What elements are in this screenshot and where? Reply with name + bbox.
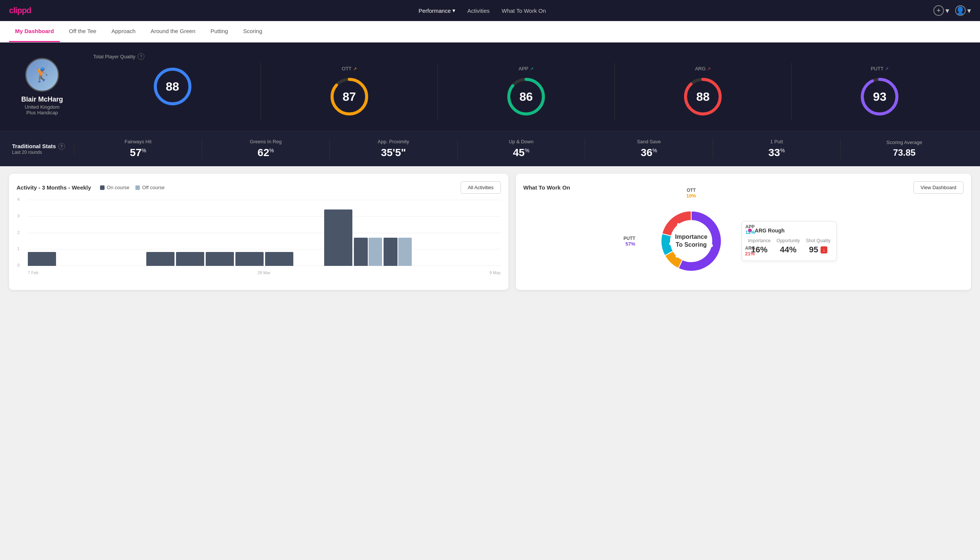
overall-score-section: 88 [84, 63, 261, 120]
scoring-value: 73.85 [893, 147, 916, 158]
tab-bar: My Dashboard Off the Tee Approach Around… [0, 21, 980, 42]
oneputt-label: 1 Putt [770, 139, 783, 144]
bar-on-course [146, 252, 175, 266]
bar-on-course [265, 252, 293, 266]
bar-on-course [176, 252, 204, 266]
player-handicap: Plus Handicap [26, 110, 58, 115]
tab-off-the-tee[interactable]: Off the Tee [63, 21, 102, 42]
player-name: Blair McHarg [21, 95, 63, 103]
bar-group-4 [146, 252, 175, 266]
bar-empty [87, 265, 115, 266]
ott-score-section: OTT ↗ 87 [261, 63, 438, 120]
help-icon[interactable]: ? [138, 53, 145, 60]
app-score-section: APP ↗ 86 [438, 63, 614, 120]
top-navigation: clippd Performance ▾ Activities What To … [0, 0, 980, 21]
trend-icon: ↗ [530, 66, 534, 72]
bottom-panels: Activity - 3 Months - Weekly On course O… [0, 166, 980, 297]
shot-quality-metric: Shot Quality 95 ↓ [806, 238, 830, 255]
proximity-value: 35'5" [381, 147, 406, 159]
traditional-stats-label: Traditional Stats ? [12, 143, 65, 150]
overall-ring: 88 [152, 66, 193, 107]
greens-label: Greens In Reg [250, 139, 282, 144]
bar-empty [443, 265, 471, 266]
scoring-label: Scoring Average [886, 140, 922, 145]
overall-score: 88 [166, 80, 180, 93]
scores-area: 88 OTT ↗ 87 APP [84, 63, 968, 120]
donut-chart: Importance To Scoring [650, 200, 732, 282]
player-country: United Kingdom [25, 104, 60, 110]
shot-quality-label: Shot Quality [806, 238, 830, 243]
x-label-may: 9 May [490, 270, 501, 275]
bar-group-10 [324, 210, 353, 266]
segment-marker [677, 223, 680, 227]
stat-greens: Greens In Reg 62% [202, 139, 330, 159]
stat-fairways: Fairways Hit 57% [75, 139, 202, 159]
bar-on-course [206, 252, 234, 266]
activity-panel-header: Activity - 3 Months - Weekly On course O… [17, 181, 501, 194]
tab-putting[interactable]: Putting [205, 21, 234, 42]
x-label-feb: 7 Feb [28, 270, 38, 275]
on-course-label: On course [107, 185, 129, 190]
proximity-label: App. Proximity [378, 139, 409, 144]
bar-group-12 [384, 238, 412, 266]
arg-donut-label: ARG [745, 246, 755, 251]
bar-on-course [324, 210, 353, 266]
x-label-mar: 28 Mar [258, 270, 270, 275]
all-activities-button[interactable]: All Activities [461, 181, 501, 194]
chevron-down-icon: ▾ [453, 7, 456, 14]
greens-value: 62% [258, 147, 274, 159]
putt-label: PUTT ↗ [870, 66, 888, 72]
view-dashboard-button[interactable]: View Dashboard [913, 181, 963, 194]
segment-marker [710, 244, 713, 247]
app-score: 86 [519, 90, 533, 104]
user-menu-button[interactable]: 👤 ▾ [955, 5, 971, 16]
segment-marker [669, 242, 672, 245]
nav-what-to-work-on[interactable]: What To Work On [502, 8, 546, 14]
bar-group-2 [87, 265, 115, 266]
what-to-work-on-panel: What To Work On View Dashboard PUTT 57% … [516, 174, 971, 290]
putt-ring: 93 [859, 76, 900, 117]
activity-chart-panel: Activity - 3 Months - Weekly On course O… [9, 174, 508, 290]
bar-group-7 [235, 252, 264, 266]
nav-activities[interactable]: Activities [468, 8, 490, 14]
activity-chart-title: Activity - 3 Months - Weekly [17, 184, 91, 191]
putt-donut-label: PUTT [624, 236, 635, 241]
updown-label: Up & Down [509, 139, 534, 144]
wtwon-title: What To Work On [524, 184, 570, 191]
ott-ring: 87 [329, 76, 370, 117]
bar-group-15 [473, 265, 501, 266]
ott-donut-value: 10% [686, 193, 696, 198]
fairways-label: Fairways Hit [125, 139, 151, 144]
tab-approach[interactable]: Approach [105, 21, 141, 42]
info-card-title: ARG Rough [748, 228, 830, 233]
fairways-value: 57% [130, 147, 146, 159]
bar-group-9 [295, 265, 323, 266]
nav-performance[interactable]: Performance ▾ [419, 7, 456, 14]
traditional-stats-sublabel: Last 20 rounds [12, 150, 65, 155]
stat-sandsave: Sand Save 36% [585, 139, 713, 159]
stat-proximity: App. Proximity 35'5" [330, 139, 458, 159]
legend-on-course: On course [100, 185, 129, 190]
on-course-dot [100, 185, 105, 190]
donut-segment-arg[interactable] [662, 211, 691, 236]
opportunity-label: Opportunity [777, 238, 800, 243]
segment-marker [676, 255, 679, 258]
tab-scoring[interactable]: Scoring [237, 21, 268, 42]
tab-around-the-green[interactable]: Around the Green [145, 21, 201, 42]
arg-label: ARG ↗ [695, 66, 711, 72]
player-info: 🏌️ Blair McHarg United Kingdom Plus Hand… [12, 58, 72, 115]
updown-value: 45% [513, 147, 529, 159]
help-icon[interactable]: ? [58, 143, 65, 150]
logo[interactable]: clippd [9, 6, 31, 15]
bar-empty [295, 265, 323, 266]
off-course-label: Off course [142, 185, 165, 190]
bar-group-13 [413, 265, 441, 266]
bar-group-11 [354, 238, 382, 266]
oneputt-value: 33% [768, 147, 785, 159]
arg-rough-info-card: ARG Rough Importance 16% Opportunity 44%… [742, 221, 837, 261]
arg-ring: 88 [682, 76, 724, 117]
add-button[interactable]: + ▾ [933, 5, 949, 16]
putt-score: 93 [873, 90, 887, 104]
tab-my-dashboard[interactable]: My Dashboard [9, 21, 60, 42]
arg-donut-value: 21% [745, 251, 755, 257]
